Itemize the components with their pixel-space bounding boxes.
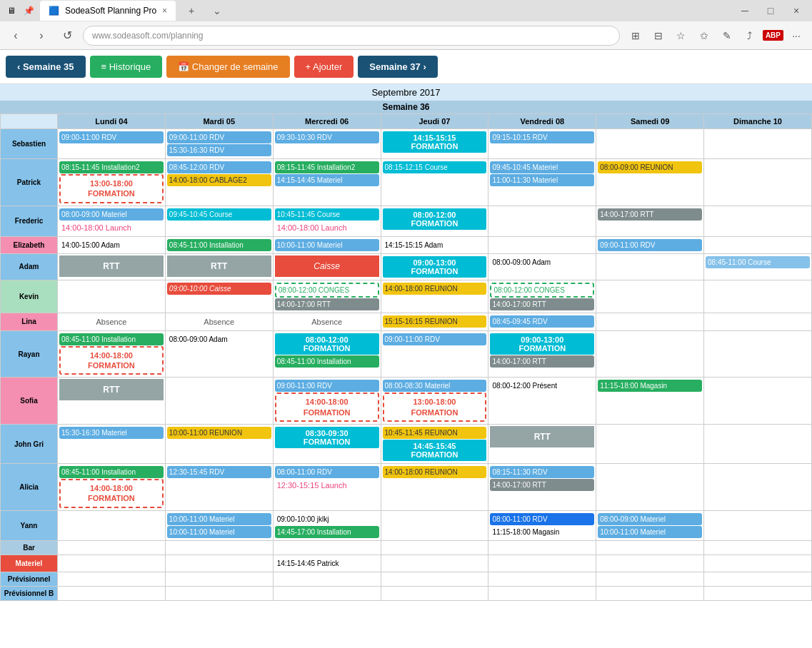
event-formation[interactable]: 08:00-12:00FORMATION: [383, 208, 487, 230]
refresh-btn[interactable]: ↺: [57, 26, 77, 46]
event[interactable]: 08:45-09:45 RDV: [490, 315, 594, 328]
event-formation[interactable]: 09:00-13:00FORMATION: [490, 333, 594, 355]
event[interactable]: 10:45-11:45 Course: [275, 208, 379, 221]
event-formation[interactable]: 08:00-12:00FORMATION: [275, 333, 379, 355]
event-formation-dashed[interactable]: 13:00-18:00FORMATION: [383, 393, 487, 422]
address-bar[interactable]: www.sodeasoft.com/planning: [83, 26, 620, 46]
event[interactable]: 10:00-11:00 Materiel: [275, 239, 379, 251]
event[interactable]: 09:00-10:00 jklkj: [275, 513, 379, 525]
close-window-btn[interactable]: ×: [786, 1, 806, 21]
event[interactable]: 08:00-09:00 Materiel: [59, 208, 164, 221]
event-formation[interactable]: 14:15-15:15FORMATION: [383, 131, 487, 153]
forward-btn[interactable]: ›: [31, 26, 51, 46]
ajouter-btn[interactable]: + Ajouter: [294, 56, 354, 78]
event[interactable]: 09:15-10:15 RDV: [490, 131, 594, 143]
event-formation-dashed[interactable]: 14:00-18:00FORMATION: [59, 346, 164, 375]
event[interactable]: 14:00-17:00 RTT: [490, 298, 594, 310]
event[interactable]: 14:00-17:00 RTT: [490, 355, 594, 368]
event[interactable]: 12:30-15:15 Launch: [275, 479, 379, 492]
tab-close-btn[interactable]: ×: [162, 6, 167, 16]
historique-btn[interactable]: ≡ Historique: [90, 56, 163, 78]
event[interactable]: 09:00-11:00 RDV: [167, 131, 271, 143]
event[interactable]: 14:00-15:00 Adam: [59, 239, 164, 251]
event-formation-dashed[interactable]: 14:00-18:00FORMATION: [275, 393, 379, 422]
event[interactable]: 08:45-11:00 Installation: [59, 466, 164, 478]
event[interactable]: 08:00-11:00 RDV: [275, 466, 379, 478]
bookmark-icon[interactable]: ☆: [671, 26, 691, 46]
event[interactable]: 14:15-14:45 Patrick: [275, 557, 379, 569]
event[interactable]: 14:15-14:45 Materiel: [275, 174, 379, 186]
event[interactable]: 08:00-11:00 RDV: [490, 513, 594, 525]
event-caisse[interactable]: Caisse: [275, 255, 379, 277]
event[interactable]: 09:45-10:45 Materiel: [490, 161, 594, 173]
event[interactable]: 15:15-16:15 REUNION: [383, 315, 487, 328]
event[interactable]: 08:15-12:15 Course: [383, 161, 487, 173]
event-rtt[interactable]: RTT: [59, 379, 164, 400]
cast-icon[interactable]: ⊞: [626, 26, 646, 46]
event[interactable]: 08:00-12:00 CONGES: [275, 283, 379, 298]
event[interactable]: 08:15-11:45 Installation2: [59, 161, 164, 173]
event-rtt[interactable]: RTT: [490, 426, 594, 447]
prev-week-btn[interactable]: ‹ Semaine 35: [6, 56, 86, 78]
event[interactable]: 08:45-11:00 Course: [706, 256, 810, 268]
event-rtt[interactable]: RTT: [59, 255, 164, 277]
event[interactable]: 08:45-11:00 Installation: [59, 333, 164, 345]
event[interactable]: 08:00-09:00 Adam: [490, 256, 594, 268]
event[interactable]: 14:45-17:00 Installation: [275, 526, 379, 538]
next-week-btn[interactable]: Semaine 37 ›: [358, 56, 438, 78]
event-formation[interactable]: 08:30-09:30FORMATION: [275, 427, 379, 448]
browser-tab[interactable]: 🟦 SodeaSoft Planning Pro ×: [40, 1, 176, 21]
event[interactable]: 15:30-16:30 RDV: [167, 144, 271, 156]
event[interactable]: 08:00-12:00 Présent: [490, 380, 594, 392]
event[interactable]: 14:00-18:00 Launch: [59, 221, 164, 234]
event[interactable]: 08:00-09:00 REUNION: [598, 161, 702, 173]
event-formation[interactable]: 09:00-13:00FORMATION: [383, 256, 487, 278]
event[interactable]: 14:00-17:00 RTT: [490, 479, 594, 491]
maximize-btn[interactable]: □: [761, 1, 781, 21]
event-formation-dashed[interactable]: 13:00-18:00FORMATION: [59, 174, 164, 203]
event[interactable]: 08:00-08:30 Materiel: [383, 380, 487, 392]
pin-icon[interactable]: 📌: [23, 5, 34, 16]
event[interactable]: 08:00-09:00 Materiel: [598, 513, 702, 525]
event-rtt[interactable]: RTT: [167, 255, 271, 277]
event[interactable]: 09:00-11:00 RDV: [598, 239, 702, 251]
settings-icon[interactable]: ···: [786, 26, 806, 46]
back-btn[interactable]: ‹: [6, 26, 26, 46]
event-formation-dashed[interactable]: 14:00-18:00FORMATION: [59, 479, 164, 508]
notes-icon[interactable]: ✎: [717, 26, 737, 46]
event[interactable]: 10:00-11:00 Materiel: [598, 526, 702, 538]
event[interactable]: 12:30-15:45 RDV: [167, 466, 271, 478]
event[interactable]: 08:00-09:00 Adam: [167, 333, 271, 345]
event[interactable]: 09:00-10:00 Caisse: [167, 283, 271, 295]
event[interactable]: 08:45-11:00 Installation: [167, 239, 271, 251]
new-tab-btn[interactable]: +: [181, 1, 201, 21]
changer-semaine-btn[interactable]: 📅 Changer de semaine: [166, 56, 289, 78]
event[interactable]: 08:45-12:00 RDV: [167, 161, 271, 173]
reader-view-icon[interactable]: ⊟: [648, 26, 668, 46]
event[interactable]: 09:00-11:00 RDV: [59, 131, 164, 143]
event[interactable]: 09:30-10:30 RDV: [275, 131, 379, 143]
event[interactable]: 14:00-18:00 REUNION: [383, 283, 487, 295]
event[interactable]: 08:15-11:45 Installation2: [275, 161, 379, 173]
event[interactable]: 14:00-18:00 Launch: [275, 221, 379, 234]
event[interactable]: 11:15-18:00 Magasin: [598, 380, 702, 392]
favorites-icon[interactable]: ✩: [694, 26, 714, 46]
event[interactable]: 14:00-17:00 RTT: [275, 298, 379, 310]
minimize-btn[interactable]: ─: [735, 1, 755, 21]
event[interactable]: 09:00-11:00 RDV: [275, 380, 379, 392]
event[interactable]: 15:30-16:30 Materiel: [59, 427, 164, 439]
event[interactable]: 09:45-10:45 Course: [167, 208, 271, 221]
event-formation[interactable]: 14:45-15:45FORMATION: [383, 440, 487, 461]
event[interactable]: 10:45-11:45 REUNION: [383, 427, 487, 439]
adblock-icon[interactable]: ABP: [763, 30, 783, 41]
event[interactable]: 10:00-11:00 REUNION: [167, 427, 271, 439]
event[interactable]: 08:00-12:00 CONGES: [490, 283, 594, 298]
tab-menu-btn[interactable]: ⌄: [207, 1, 227, 21]
event[interactable]: 11:15-18:00 Magasin: [490, 526, 594, 538]
event[interactable]: 09:00-11:00 RDV: [383, 333, 487, 345]
event[interactable]: 08:45-11:00 Installation: [275, 355, 379, 368]
share-icon[interactable]: ⤴: [740, 26, 760, 46]
event[interactable]: 11:00-11:30 Materiel: [490, 174, 594, 186]
event[interactable]: 10:00-11:00 Materiel: [167, 513, 271, 525]
event[interactable]: 08:15-11:30 RDV: [490, 466, 594, 478]
